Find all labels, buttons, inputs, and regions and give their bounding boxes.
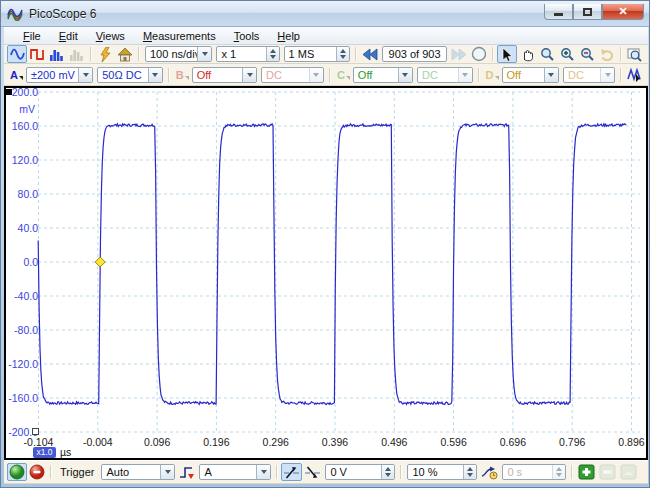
channel-c-range-value: Off bbox=[354, 69, 398, 81]
chevron-down-icon[interactable] bbox=[148, 68, 162, 82]
math-channels-button[interactable] bbox=[625, 66, 645, 84]
trigger-mode-select[interactable]: Auto bbox=[101, 464, 175, 480]
triangle-icon bbox=[346, 76, 350, 80]
horizontal-zoom-stepper[interactable]: x 1 bbox=[216, 46, 279, 62]
fast-forward-icon bbox=[451, 48, 467, 61]
y-axis-top-handle[interactable] bbox=[6, 89, 12, 95]
trigger-source-value: A bbox=[200, 466, 256, 478]
buffer-last-button[interactable] bbox=[449, 45, 469, 63]
remove-measurement-button[interactable] bbox=[597, 463, 618, 481]
menu-tools[interactable]: Tools bbox=[225, 29, 269, 43]
timebase-select[interactable]: 100 ns/div bbox=[145, 46, 212, 62]
marquee-zoom-button[interactable] bbox=[537, 45, 557, 63]
histogram-icon bbox=[49, 47, 65, 62]
chevron-down-icon[interactable] bbox=[160, 465, 174, 479]
edit-measurement-button[interactable] bbox=[618, 463, 639, 481]
chevron-down-icon bbox=[600, 68, 614, 82]
spinner-arrows-icon[interactable] bbox=[266, 47, 279, 61]
channel-c-coupling-value: DC bbox=[418, 69, 458, 81]
samples-stepper[interactable]: 1 MS bbox=[284, 46, 351, 62]
zoom-in-button[interactable] bbox=[557, 45, 577, 63]
picoscope-window: PicoScope 6 ✕ File Edit Views Measuremen… bbox=[0, 0, 650, 488]
start-capture-button[interactable] bbox=[7, 463, 27, 481]
rewind-icon bbox=[362, 48, 378, 61]
channel-b-range-value: Off bbox=[193, 69, 242, 81]
xy-view-button[interactable] bbox=[27, 45, 47, 63]
auto-setup-button[interactable] bbox=[95, 45, 115, 63]
menu-views[interactable]: Views bbox=[87, 29, 134, 43]
app-logo-icon bbox=[7, 7, 23, 21]
waveform-plot[interactable] bbox=[6, 88, 646, 458]
spinner-arrows-icon[interactable] bbox=[336, 47, 349, 61]
scope-graph[interactable]: 200.0160.0120.080.040.00.0-40.0-80.0-120… bbox=[4, 86, 648, 460]
channel-d-options-button[interactable]: D bbox=[486, 69, 499, 81]
menu-measurements[interactable]: Measurements bbox=[134, 29, 225, 43]
channel-d-coupling-select[interactable]: DC bbox=[563, 67, 615, 83]
triangle-icon bbox=[495, 76, 499, 80]
delay-stepper[interactable]: 0 s bbox=[502, 464, 566, 480]
zoom-overview-button[interactable] bbox=[625, 45, 645, 63]
add-measurement-button[interactable] bbox=[576, 463, 597, 481]
minus-icon bbox=[599, 464, 616, 480]
zoom-undo-icon bbox=[600, 47, 615, 61]
buffer-navigator-button[interactable] bbox=[469, 45, 489, 63]
title-bar[interactable]: PicoScope 6 ✕ bbox=[1, 1, 650, 27]
channel-b-options-button[interactable]: B bbox=[176, 69, 189, 81]
falling-edge-button[interactable] bbox=[302, 463, 323, 481]
chevron-down-icon bbox=[458, 68, 472, 82]
persistence-view-button[interactable] bbox=[67, 45, 87, 63]
trigger-level-stepper[interactable]: 0 V bbox=[325, 464, 395, 480]
trigger-toolbar: Trigger Auto A bbox=[4, 460, 648, 484]
zoom-out-button[interactable] bbox=[577, 45, 597, 63]
channel-b-coupling-select[interactable]: DC bbox=[261, 67, 324, 83]
channel-d-range-select[interactable]: Off bbox=[502, 67, 559, 83]
edit-icon bbox=[620, 464, 637, 480]
chevron-down-icon[interactable] bbox=[197, 47, 211, 61]
chevron-down-icon[interactable] bbox=[398, 68, 412, 82]
y-axis-bottom-handle[interactable] bbox=[32, 428, 39, 435]
menu-file[interactable]: File bbox=[14, 29, 50, 43]
spinner-arrows-icon[interactable] bbox=[463, 465, 476, 479]
spectrum-view-button[interactable] bbox=[47, 45, 67, 63]
stop-capture-button[interactable] bbox=[27, 463, 47, 481]
chevron-down-icon[interactable] bbox=[78, 68, 92, 82]
buffer-first-button[interactable] bbox=[360, 45, 380, 63]
channel-a-coupling-select[interactable]: 50Ω DC bbox=[97, 67, 162, 83]
pretrigger-stepper[interactable]: 10 % bbox=[407, 464, 477, 480]
channel-a-range-select[interactable]: ±200 mV bbox=[26, 67, 93, 83]
rising-edge-button[interactable] bbox=[281, 463, 302, 481]
advanced-triggers-button[interactable] bbox=[177, 463, 197, 481]
trigger-source-select[interactable]: A bbox=[199, 464, 271, 480]
channel-c-coupling-select[interactable]: DC bbox=[417, 67, 473, 83]
post-trigger-delay-button[interactable] bbox=[479, 463, 500, 481]
menu-help[interactable]: Help bbox=[268, 29, 309, 43]
chevron-down-icon[interactable] bbox=[242, 68, 256, 82]
trigger-marker-diamond bbox=[95, 257, 105, 267]
channel-c-options-button[interactable]: C bbox=[337, 69, 350, 81]
persistence-icon bbox=[69, 47, 85, 62]
home-button[interactable] bbox=[115, 45, 135, 63]
close-button[interactable]: ✕ bbox=[602, 4, 644, 20]
spinner-arrows-icon[interactable] bbox=[381, 465, 394, 479]
cursor-arrow-icon bbox=[501, 47, 513, 62]
minimize-button[interactable] bbox=[544, 4, 573, 20]
chevron-down-icon[interactable] bbox=[256, 465, 270, 479]
edge-trigger-icon bbox=[179, 465, 195, 480]
menu-edit[interactable]: Edit bbox=[50, 29, 87, 43]
delay-clock-icon bbox=[481, 465, 498, 480]
buffer-index-field[interactable]: 903 of 903 bbox=[382, 46, 447, 62]
channel-b-range-select[interactable]: Off bbox=[192, 67, 257, 83]
maximize-button[interactable] bbox=[573, 4, 602, 20]
channel-c-range-select[interactable]: Off bbox=[353, 67, 413, 83]
chevron-down-icon[interactable] bbox=[544, 68, 558, 82]
zoom-out-icon bbox=[580, 47, 595, 62]
undo-zoom-button[interactable] bbox=[597, 45, 617, 63]
pretrigger-value: 10 % bbox=[408, 466, 463, 478]
channel-a-options-button[interactable]: A bbox=[10, 69, 23, 81]
lightning-icon bbox=[99, 47, 112, 62]
triangle-icon bbox=[185, 76, 189, 80]
scope-view-button[interactable] bbox=[7, 45, 27, 63]
delay-value: 0 s bbox=[503, 466, 552, 478]
hand-tool-button[interactable] bbox=[517, 45, 537, 63]
normal-selection-button[interactable] bbox=[497, 45, 517, 63]
